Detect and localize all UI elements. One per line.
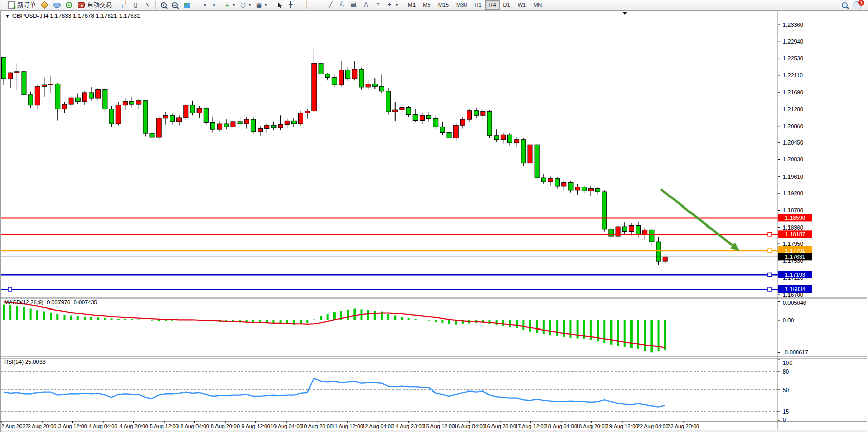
svg-text:RSI(14) 25.0033: RSI(14) 25.0033 [4, 359, 46, 365]
auto-trading-icon [78, 2, 85, 8]
tf-m15-button[interactable]: M15 [435, 0, 452, 10]
tf-h4-button[interactable]: H4 [485, 0, 500, 10]
svg-text:80: 80 [783, 368, 789, 375]
svg-text:1.21280: 1.21280 [783, 106, 803, 112]
trendline-tool-button[interactable]: ╱ [325, 1, 337, 9]
market-watch-button[interactable] [38, 1, 51, 9]
zoom-out-icon: − [172, 2, 178, 8]
svg-text:0: 0 [783, 417, 786, 423]
fibonacci-icon: ▤F [350, 0, 358, 10]
candle [28, 95, 33, 105]
tf-h1-button[interactable]: H1 [470, 0, 485, 10]
tf-m1-button[interactable]: M1 [404, 0, 419, 10]
hline-tool-button[interactable]: ─ [313, 1, 325, 9]
svg-text:9 Aug 12:00: 9 Aug 12:00 [242, 423, 270, 429]
hline-handle[interactable] [768, 287, 772, 291]
chart-window[interactable]: 1.233601.229401.225301.221101.216901.212… [0, 10, 868, 432]
candle [190, 105, 195, 113]
candle [406, 107, 411, 114]
toolbar-grip[interactable] [115, 2, 116, 8]
candle [575, 187, 580, 190]
zoom-in-button[interactable]: + [158, 1, 169, 9]
candle [265, 125, 269, 128]
toolbar-grip[interactable] [3, 2, 4, 8]
indicators-button[interactable]: ＋▾ [221, 1, 237, 9]
templates-button[interactable]: ▦▾ [253, 1, 269, 9]
candle [474, 111, 479, 115]
svg-text:-0.008617: -0.008617 [783, 349, 808, 355]
data-window-button[interactable] [51, 1, 63, 9]
candle [325, 74, 330, 78]
svg-text:8 Aug 04:00: 8 Aug 04:00 [181, 423, 209, 429]
candle [433, 119, 438, 127]
svg-text:2 Aug 20:00: 2 Aug 20:00 [28, 423, 56, 429]
hline-handle[interactable] [8, 287, 12, 291]
bar-chart-mode-button[interactable]: ╷╵ [118, 1, 130, 9]
candle [150, 133, 154, 137]
candle [291, 121, 296, 124]
auto-trading-label: 自动交易 [87, 1, 112, 9]
crosshair-tool-button[interactable]: ╋ [285, 1, 297, 9]
svg-text:1.22530: 1.22530 [783, 55, 803, 61]
tf-w1-button[interactable]: W1 [514, 0, 530, 10]
cursor-icon [275, 2, 283, 9]
candle [339, 70, 344, 85]
tf-d1-button[interactable]: D1 [500, 0, 514, 10]
candle [494, 136, 499, 140]
hline-handle[interactable] [768, 233, 772, 236]
svg-text:1.19610: 1.19610 [783, 174, 803, 180]
text-label-tool-button[interactable]: T [372, 1, 384, 9]
candle [332, 78, 337, 85]
text-tool-button[interactable]: A [360, 1, 372, 9]
svg-text:1.17950: 1.17950 [783, 241, 803, 247]
candle [555, 179, 560, 186]
text-label-icon: T [374, 2, 381, 8]
chart-shift-button[interactable]: ⇤ [209, 1, 221, 9]
hline-handle[interactable] [768, 273, 772, 276]
vline-tool-button[interactable]: │ [301, 1, 313, 9]
candle [22, 72, 26, 95]
indicators-icon: ＋ [223, 1, 231, 9]
auto-scroll-button[interactable]: ⇥ [198, 1, 209, 9]
candle [393, 110, 398, 112]
new-order-button[interactable]: 新订单 [5, 1, 38, 9]
tf-mn-button[interactable]: MN [529, 0, 545, 10]
candle [62, 104, 67, 109]
candle [427, 115, 431, 118]
candle [285, 121, 289, 124]
notifications-button[interactable]: 1 [851, 1, 867, 9]
chart-canvas[interactable]: 1.233601.229401.225301.221101.216901.212… [0, 11, 868, 432]
svg-text:100: 100 [783, 360, 792, 366]
svg-text:1.21690: 1.21690 [783, 89, 803, 95]
svg-text:MACD(12,26,9) -0.007970 -0.007: MACD(12,26,9) -0.007970 -0.007435 [4, 299, 97, 305]
equidistant-channel-icon: ⫽E [339, 0, 346, 10]
candle [15, 72, 19, 73]
line-chart-mode-button[interactable]: ∿ [142, 1, 153, 9]
navigator-button[interactable] [63, 1, 75, 9]
candle [96, 90, 101, 98]
svg-text:1.17791: 1.17791 [785, 248, 805, 254]
periods-button[interactable]: ◷▾ [237, 1, 253, 9]
candle [130, 101, 134, 104]
candle-chart-mode-button[interactable]: ▯ [130, 1, 142, 9]
arrows-tool-button[interactable]: ✦▾ [384, 1, 400, 9]
zoom-out-button[interactable]: − [169, 1, 181, 9]
svg-text:GBPUSD-,H4 1.17633 1.17678 1.: GBPUSD-,H4 1.17633 1.17678 1.17621 1.176… [12, 13, 140, 19]
search-icon [842, 2, 848, 8]
auto-scroll-icon: ⇥ [200, 1, 207, 9]
tile-windows-button[interactable] [181, 1, 193, 9]
search-button[interactable] [839, 1, 851, 9]
cursor-tool-button[interactable] [273, 1, 285, 9]
tf-m30-button[interactable]: M30 [452, 0, 470, 10]
line-chart-icon: ∿ [144, 1, 151, 9]
candle [319, 63, 323, 74]
svg-text:▼: ▼ [5, 14, 10, 19]
channel-tool-button[interactable]: ⫽E [337, 1, 348, 9]
fibonacci-tool-button[interactable]: ▤F [348, 1, 360, 9]
hline-handle[interactable] [768, 249, 772, 252]
market-watch-icon [41, 1, 49, 9]
candle [82, 93, 87, 101]
svg-text:0.00: 0.00 [783, 317, 794, 323]
auto-trading-button[interactable]: 自动交易 [75, 1, 114, 9]
tf-m5-button[interactable]: M5 [419, 0, 434, 10]
